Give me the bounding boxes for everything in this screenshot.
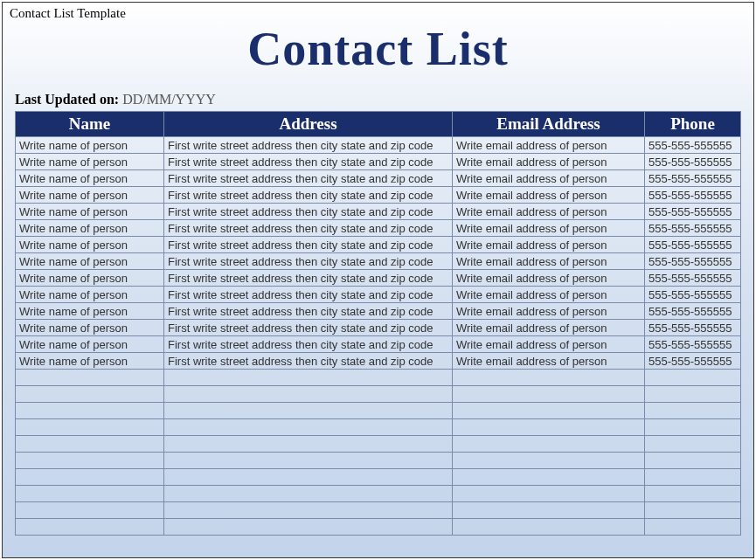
cell-empty	[453, 403, 645, 419]
cell-empty	[645, 486, 741, 502]
cell-address: First write street address then city sta…	[164, 137, 453, 154]
cell-empty	[453, 502, 645, 519]
table-row: Write name of personFirst write street a…	[16, 253, 741, 270]
cell-empty	[164, 403, 453, 419]
table-row-empty	[16, 502, 741, 519]
cell-email: Write email address of person	[453, 320, 645, 336]
template-label: Contact List Template	[10, 6, 126, 21]
cell-empty	[16, 469, 164, 486]
cell-phone: 555-555-555555	[645, 353, 741, 370]
cell-name: Write name of person	[16, 204, 164, 220]
cell-email: Write email address of person	[453, 270, 645, 287]
col-header-phone: Phone	[645, 112, 741, 137]
cell-empty	[164, 386, 453, 403]
cell-empty	[16, 486, 164, 502]
col-header-name: Name	[16, 112, 164, 137]
cell-address: First write street address then city sta…	[164, 220, 453, 237]
table-row-empty	[16, 370, 741, 386]
cell-address: First write street address then city sta…	[164, 336, 453, 353]
cell-empty	[453, 469, 645, 486]
table-row: Write name of personFirst write street a…	[16, 353, 741, 370]
cell-empty	[645, 519, 741, 536]
cell-empty	[16, 436, 164, 453]
cell-email: Write email address of person	[453, 204, 645, 220]
cell-email: Write email address of person	[453, 303, 645, 320]
cell-email: Write email address of person	[453, 187, 645, 204]
cell-phone: 555-555-555555	[645, 204, 741, 220]
cell-address: First write street address then city sta…	[164, 253, 453, 270]
cell-phone: 555-555-555555	[645, 237, 741, 253]
cell-phone: 555-555-555555	[645, 287, 741, 303]
cell-address: First write street address then city sta…	[164, 187, 453, 204]
cell-address: First write street address then city sta…	[164, 270, 453, 287]
cell-phone: 555-555-555555	[645, 253, 741, 270]
cell-phone: 555-555-555555	[645, 154, 741, 170]
table-row: Write name of personFirst write street a…	[16, 187, 741, 204]
cell-email: Write email address of person	[453, 220, 645, 237]
cell-empty	[164, 436, 453, 453]
table-row: Write name of personFirst write street a…	[16, 220, 741, 237]
cell-name: Write name of person	[16, 154, 164, 170]
contact-table: Name Address Email Address Phone Write n…	[15, 111, 741, 536]
cell-name: Write name of person	[16, 336, 164, 353]
cell-phone: 555-555-555555	[645, 170, 741, 187]
table-row: Write name of personFirst write street a…	[16, 170, 741, 187]
cell-empty	[453, 486, 645, 502]
table-row: Write name of personFirst write street a…	[16, 303, 741, 320]
cell-email: Write email address of person	[453, 336, 645, 353]
cell-address: First write street address then city sta…	[164, 170, 453, 187]
table-row-empty	[16, 436, 741, 453]
cell-empty	[645, 386, 741, 403]
cell-empty	[16, 370, 164, 386]
cell-empty	[164, 453, 453, 469]
cell-name: Write name of person	[16, 187, 164, 204]
cell-phone: 555-555-555555	[645, 336, 741, 353]
cell-empty	[645, 453, 741, 469]
cell-empty	[645, 419, 741, 436]
col-header-email: Email Address	[453, 112, 645, 137]
table-row: Write name of personFirst write street a…	[16, 137, 741, 154]
cell-empty	[16, 419, 164, 436]
table-row-empty	[16, 386, 741, 403]
table-row: Write name of personFirst write street a…	[16, 204, 741, 220]
table-header-row: Name Address Email Address Phone	[16, 112, 741, 137]
cell-name: Write name of person	[16, 303, 164, 320]
cell-empty	[16, 502, 164, 519]
cell-empty	[164, 502, 453, 519]
cell-email: Write email address of person	[453, 237, 645, 253]
cell-name: Write name of person	[16, 287, 164, 303]
cell-phone: 555-555-555555	[645, 303, 741, 320]
cell-phone: 555-555-555555	[645, 220, 741, 237]
cell-empty	[16, 403, 164, 419]
cell-name: Write name of person	[16, 137, 164, 154]
last-updated: Last Updated on: DD/MM/YYYY	[15, 92, 753, 107]
cell-empty	[16, 519, 164, 536]
cell-email: Write email address of person	[453, 170, 645, 187]
document-page: Contact List Template Contact List Last …	[2, 2, 754, 558]
table-row: Write name of personFirst write street a…	[16, 287, 741, 303]
table-row: Write name of personFirst write street a…	[16, 320, 741, 336]
cell-email: Write email address of person	[453, 287, 645, 303]
cell-email: Write email address of person	[453, 353, 645, 370]
cell-empty	[645, 502, 741, 519]
table-row: Write name of personFirst write street a…	[16, 237, 741, 253]
cell-empty	[645, 403, 741, 419]
cell-name: Write name of person	[16, 237, 164, 253]
cell-empty	[453, 519, 645, 536]
table-row-empty	[16, 469, 741, 486]
cell-address: First write street address then city sta…	[164, 353, 453, 370]
cell-phone: 555-555-555555	[645, 137, 741, 154]
cell-empty	[16, 386, 164, 403]
cell-address: First write street address then city sta…	[164, 204, 453, 220]
cell-address: First write street address then city sta…	[164, 320, 453, 336]
cell-phone: 555-555-555555	[645, 187, 741, 204]
cell-name: Write name of person	[16, 220, 164, 237]
cell-phone: 555-555-555555	[645, 320, 741, 336]
cell-empty	[645, 469, 741, 486]
cell-address: First write street address then city sta…	[164, 237, 453, 253]
col-header-address: Address	[164, 112, 453, 137]
contact-table-wrap: Name Address Email Address Phone Write n…	[15, 111, 741, 536]
cell-empty	[453, 419, 645, 436]
table-row: Write name of personFirst write street a…	[16, 154, 741, 170]
cell-empty	[164, 469, 453, 486]
